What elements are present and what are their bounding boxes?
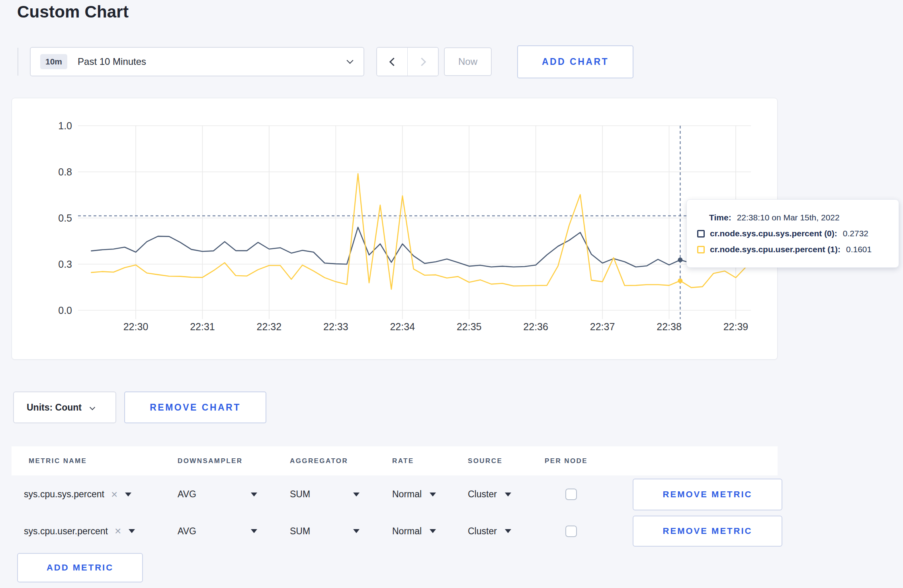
time-range-badge: 10m <box>40 54 67 69</box>
downsampler-dropdown[interactable]: AVG <box>178 526 257 537</box>
x-axis-tick-label: 22:37 <box>590 321 615 332</box>
metric-name-value: sys.cpu.user.percent <box>24 526 108 537</box>
caret-down-icon <box>505 529 511 533</box>
time-pager <box>376 47 439 76</box>
source-value: Cluster <box>468 526 497 537</box>
metrics-table: METRIC NAME DOWNSAMPLER AGGREGATOR RATE … <box>12 446 778 582</box>
chart-card: 0.00.30.50.81.022:3022:3122:3222:3322:34… <box>12 98 778 360</box>
y-axis-tick-label: 0.3 <box>58 259 72 270</box>
remove-metric-button[interactable]: REMOVE METRIC <box>633 516 782 547</box>
user-series-swatch-icon <box>697 246 705 253</box>
y-axis-tick-label: 0.8 <box>58 166 72 177</box>
caret-down-icon <box>430 529 436 533</box>
aggregator-dropdown[interactable]: SUM <box>290 526 360 537</box>
time-range-dropdown[interactable]: 10m Past 10 Minutes <box>30 47 364 76</box>
x-axis-tick-label: 22:36 <box>523 321 548 332</box>
series-line <box>91 227 747 267</box>
x-axis-tick-label: 22:32 <box>257 321 282 332</box>
x-axis-tick-label: 22:38 <box>657 321 682 332</box>
x-axis-tick-label: 22:30 <box>123 321 149 332</box>
clear-metric-icon[interactable] <box>115 526 121 537</box>
x-axis-tick-label: 22:39 <box>723 321 749 332</box>
caret-down-icon <box>251 493 257 496</box>
tooltip-time-row: Time: 22:38:10 on Mar 15th, 2022 <box>697 210 899 226</box>
series-line <box>91 174 747 289</box>
tooltip-time-value: 22:38:10 on Mar 15th, 2022 <box>737 213 840 222</box>
metric-name-dropdown[interactable]: sys.cpu.user.percent <box>12 526 178 537</box>
per-node-checkbox[interactable] <box>565 526 577 537</box>
x-axis-tick-label: 22:31 <box>190 321 215 332</box>
column-header-downsampler: DOWNSAMPLER <box>178 457 290 465</box>
table-row: sys.cpu.user.percent AVG SUM Normal Clus… <box>12 513 778 549</box>
column-header-source: SOURCE <box>468 457 545 465</box>
now-button[interactable]: Now <box>444 47 492 76</box>
y-axis-tick-label: 1.0 <box>58 120 72 131</box>
aggregator-dropdown[interactable]: SUM <box>290 489 360 500</box>
chevron-down-icon <box>347 57 354 64</box>
downsampler-value: AVG <box>178 526 196 537</box>
table-row: sys.cpu.sys.percent AVG SUM Normal Clust… <box>12 475 778 513</box>
source-value: Cluster <box>468 489 497 500</box>
aggregator-value: SUM <box>290 526 310 537</box>
caret-down-icon <box>353 493 360 496</box>
chevron-left-icon <box>389 57 397 66</box>
remove-metric-button[interactable]: REMOVE METRIC <box>633 479 782 510</box>
chevron-right-icon <box>417 57 426 66</box>
rate-value: Normal <box>392 526 422 537</box>
caret-down-icon <box>505 493 511 496</box>
chart-footer: Units: Count REMOVE CHART <box>13 391 266 423</box>
add-chart-button[interactable]: ADD CHART <box>517 45 633 78</box>
x-axis-tick-label: 22:35 <box>457 321 482 332</box>
prev-time-button[interactable] <box>377 48 407 76</box>
units-label: Units: Count <box>27 402 82 413</box>
toolbar: 10m Past 10 Minutes Now ADD CHART <box>12 45 633 78</box>
chart-tooltip: Time: 22:38:10 on Mar 15th, 2022 cr.node… <box>686 199 899 268</box>
metric-name-dropdown[interactable]: sys.cpu.sys.percent <box>12 489 178 500</box>
tooltip-series-row: cr.node.sys.cpu.user.percent (1): 0.1601 <box>697 241 899 257</box>
remove-chart-button[interactable]: REMOVE CHART <box>124 391 266 423</box>
x-axis-tick-label: 22:34 <box>390 321 415 332</box>
source-dropdown[interactable]: Cluster <box>468 489 511 500</box>
sys-series-swatch-icon <box>697 230 705 238</box>
metrics-table-header: METRIC NAME DOWNSAMPLER AGGREGATOR RATE … <box>12 446 778 475</box>
downsampler-dropdown[interactable]: AVG <box>178 489 257 500</box>
tooltip-series-name: cr.node.sys.cpu.sys.percent (0): <box>710 229 837 238</box>
rate-dropdown[interactable]: Normal <box>392 526 436 537</box>
y-axis-tick-label: 0.5 <box>58 212 72 224</box>
column-header-aggregator: AGGREGATOR <box>290 457 392 465</box>
caret-down-icon <box>251 529 257 533</box>
tooltip-series-name: cr.node.sys.cpu.user.percent (1): <box>710 245 840 254</box>
caret-down-icon <box>125 493 131 496</box>
hover-point-dot <box>678 278 682 283</box>
next-time-button[interactable] <box>408 48 438 76</box>
column-header-per-node: PER NODE <box>545 457 621 465</box>
tooltip-series-value: 0.1601 <box>846 245 872 254</box>
units-dropdown[interactable]: Units: Count <box>13 391 116 423</box>
metrics-line-chart[interactable]: 0.00.30.50.81.022:3022:3122:3222:3322:34… <box>12 98 777 359</box>
tooltip-series-row: cr.node.sys.cpu.sys.percent (0): 0.2732 <box>697 226 899 241</box>
caret-down-icon <box>353 529 360 533</box>
per-node-checkbox[interactable] <box>565 489 577 500</box>
time-range-label: Past 10 Minutes <box>78 56 146 67</box>
rate-value: Normal <box>392 489 422 500</box>
aggregator-value: SUM <box>290 489 310 500</box>
rate-dropdown[interactable]: Normal <box>392 489 436 500</box>
chevron-down-icon <box>90 405 95 410</box>
metric-name-value: sys.cpu.sys.percent <box>24 489 104 500</box>
column-header-metric-name: METRIC NAME <box>12 457 178 465</box>
page-title: Custom Chart <box>17 2 129 21</box>
clear-metric-icon[interactable] <box>111 489 117 500</box>
toolbar-divider <box>18 48 18 76</box>
add-metric-button[interactable]: ADD METRIC <box>17 553 143 582</box>
caret-down-icon <box>430 493 436 496</box>
custom-chart-page: Custom Chart 10m Past 10 Minutes Now ADD… <box>0 0 903 588</box>
downsampler-value: AVG <box>178 489 196 500</box>
column-header-rate: RATE <box>392 457 468 465</box>
tooltip-time-label: Time: <box>709 213 731 222</box>
x-axis-tick-label: 22:33 <box>323 321 348 332</box>
y-axis-tick-label: 0.0 <box>58 305 72 316</box>
hover-point-dot <box>678 257 682 262</box>
caret-down-icon <box>129 529 135 533</box>
source-dropdown[interactable]: Cluster <box>468 526 511 537</box>
tooltip-series-value: 0.2732 <box>843 229 868 238</box>
